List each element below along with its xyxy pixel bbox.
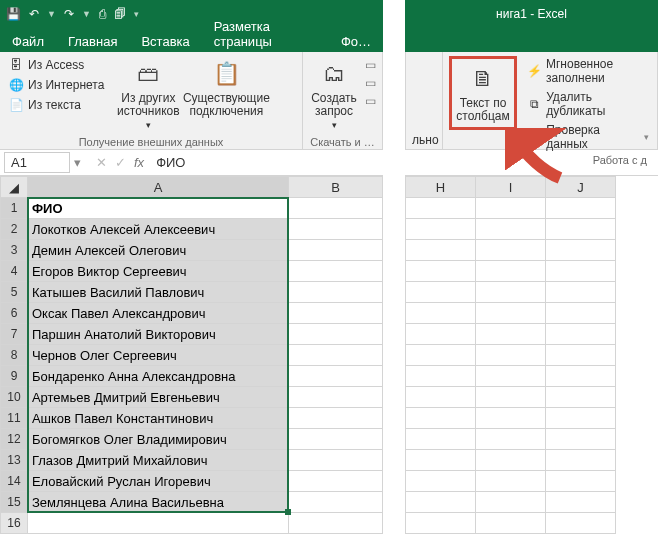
row-header[interactable]: 11 bbox=[1, 408, 28, 429]
tab-home[interactable]: Главная bbox=[64, 31, 121, 52]
cell[interactable] bbox=[289, 345, 383, 366]
from-text-button[interactable]: 📄Из текста bbox=[6, 96, 106, 114]
cell[interactable] bbox=[476, 198, 546, 219]
row-header[interactable]: 13 bbox=[1, 450, 28, 471]
cell[interactable] bbox=[546, 282, 616, 303]
cell[interactable] bbox=[476, 471, 546, 492]
cell[interactable] bbox=[476, 345, 546, 366]
cell[interactable] bbox=[289, 450, 383, 471]
cell[interactable] bbox=[546, 198, 616, 219]
redo-icon[interactable]: ↷ bbox=[64, 7, 74, 21]
cell[interactable] bbox=[406, 261, 476, 282]
from-web-button[interactable]: 🌐Из Интернета bbox=[6, 76, 106, 94]
cell[interactable]: Демин Алексей Олегович bbox=[27, 240, 288, 261]
cell[interactable] bbox=[546, 429, 616, 450]
cell[interactable]: Еловайский Руслан Игоревич bbox=[27, 471, 288, 492]
small-icon-1[interactable]: ▭ bbox=[365, 58, 376, 72]
cell[interactable] bbox=[476, 282, 546, 303]
select-all-corner[interactable]: ◢ bbox=[1, 177, 28, 198]
save-icon[interactable]: 💾 bbox=[6, 7, 21, 21]
cell[interactable] bbox=[546, 240, 616, 261]
small-icon-2[interactable]: ▭ bbox=[365, 76, 376, 90]
tab-file[interactable]: Файл bbox=[8, 31, 48, 52]
cell[interactable]: ФИО bbox=[27, 198, 288, 219]
cell[interactable]: Артемьев Дмитрий Евгеньевич bbox=[27, 387, 288, 408]
cell[interactable] bbox=[546, 345, 616, 366]
remove-dup-button[interactable]: ⧉Удалить дубликаты bbox=[525, 89, 651, 119]
cell[interactable] bbox=[406, 429, 476, 450]
cell[interactable] bbox=[476, 366, 546, 387]
cell[interactable] bbox=[476, 450, 546, 471]
cell[interactable] bbox=[289, 366, 383, 387]
cell[interactable] bbox=[406, 240, 476, 261]
existing-conn-button[interactable]: 📋 Существующие подключения bbox=[190, 56, 262, 120]
cell[interactable] bbox=[546, 450, 616, 471]
row-header[interactable]: 5 bbox=[1, 282, 28, 303]
cancel-icon[interactable]: ✕ bbox=[96, 155, 107, 170]
cell[interactable] bbox=[476, 429, 546, 450]
cell[interactable]: Богомягков Олег Владимирович bbox=[27, 429, 288, 450]
enter-icon[interactable]: ✓ bbox=[115, 155, 126, 170]
cell[interactable] bbox=[546, 492, 616, 513]
cell[interactable] bbox=[289, 492, 383, 513]
cell[interactable] bbox=[406, 450, 476, 471]
cell[interactable]: Ашков Павел Константинович bbox=[27, 408, 288, 429]
new-query-button[interactable]: 🗂 Создать запрос ▾ bbox=[309, 56, 359, 134]
cell[interactable] bbox=[546, 471, 616, 492]
cell[interactable] bbox=[476, 408, 546, 429]
tab-formulas[interactable]: Фо… bbox=[337, 31, 375, 52]
name-box-dd-icon[interactable]: ▾ bbox=[74, 155, 90, 170]
qat-icon-1[interactable]: ⎙ bbox=[99, 7, 106, 21]
cell[interactable]: Катышев Василий Павлович bbox=[27, 282, 288, 303]
cell[interactable] bbox=[546, 387, 616, 408]
cell[interactable] bbox=[476, 324, 546, 345]
cell[interactable] bbox=[406, 492, 476, 513]
cell[interactable] bbox=[406, 387, 476, 408]
cell[interactable] bbox=[546, 324, 616, 345]
cell[interactable] bbox=[546, 513, 616, 534]
row-header[interactable]: 12 bbox=[1, 429, 28, 450]
cell[interactable]: Паршин Анатолий Викторович bbox=[27, 324, 288, 345]
cell[interactable] bbox=[476, 492, 546, 513]
cell[interactable] bbox=[406, 282, 476, 303]
cell[interactable] bbox=[546, 261, 616, 282]
cell[interactable] bbox=[406, 408, 476, 429]
cell[interactable] bbox=[289, 471, 383, 492]
undo-dd-icon[interactable]: ▼ bbox=[47, 9, 56, 19]
tab-layout[interactable]: Разметка страницы bbox=[210, 16, 321, 52]
qat-icon-2[interactable]: 🗐 bbox=[114, 7, 126, 21]
row-header[interactable]: 9 bbox=[1, 366, 28, 387]
col-header-b[interactable]: B bbox=[289, 177, 383, 198]
cell[interactable] bbox=[406, 513, 476, 534]
tab-insert[interactable]: Вставка bbox=[137, 31, 193, 52]
small-icon-3[interactable]: ▭ bbox=[365, 94, 376, 108]
cell[interactable] bbox=[289, 261, 383, 282]
cell[interactable] bbox=[406, 366, 476, 387]
cell[interactable] bbox=[289, 324, 383, 345]
fx-icon[interactable]: fx bbox=[134, 155, 144, 170]
cell[interactable]: Егоров Виктор Сергеевич bbox=[27, 261, 288, 282]
row-header[interactable]: 10 bbox=[1, 387, 28, 408]
cell[interactable] bbox=[289, 198, 383, 219]
name-box[interactable]: A1 bbox=[4, 152, 70, 173]
formula-content[interactable]: ФИО bbox=[150, 155, 383, 170]
cell[interactable] bbox=[546, 303, 616, 324]
cell[interactable] bbox=[289, 240, 383, 261]
cell[interactable] bbox=[289, 303, 383, 324]
cell[interactable] bbox=[406, 303, 476, 324]
cell[interactable] bbox=[289, 387, 383, 408]
cell[interactable] bbox=[406, 471, 476, 492]
cell[interactable] bbox=[406, 345, 476, 366]
cell[interactable] bbox=[289, 513, 383, 534]
redo-dd-icon[interactable]: ▼ bbox=[82, 9, 91, 19]
cell[interactable]: Глазов Дмитрий Михайлович bbox=[27, 450, 288, 471]
cell[interactable] bbox=[546, 408, 616, 429]
cell[interactable] bbox=[476, 261, 546, 282]
qat-more-icon[interactable]: ▾ bbox=[134, 9, 139, 19]
row-header[interactable]: 1 bbox=[1, 198, 28, 219]
cell[interactable]: Оксак Павел Александрович bbox=[27, 303, 288, 324]
cell[interactable] bbox=[476, 513, 546, 534]
row-header[interactable]: 8 bbox=[1, 345, 28, 366]
undo-icon[interactable]: ↶ bbox=[29, 7, 39, 21]
cell[interactable] bbox=[476, 303, 546, 324]
